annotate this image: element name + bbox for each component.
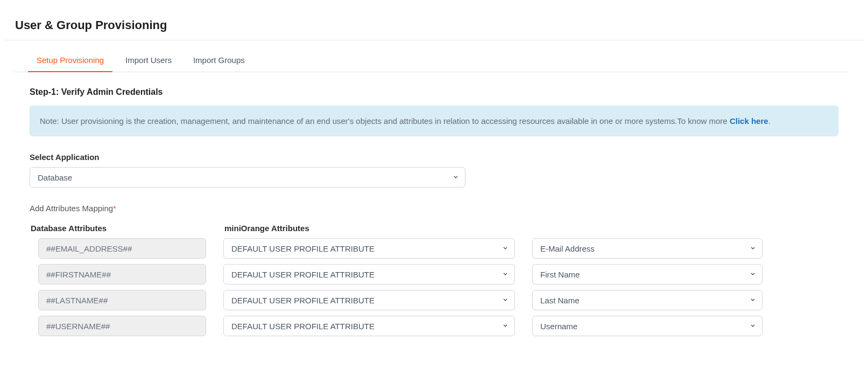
profile-field-select[interactable]: E-Mail Address	[532, 238, 763, 259]
profile-field-select[interactable]: Last Name	[532, 290, 763, 310]
miniorange-attribute-select[interactable]: DEFAULT USER PROFILE ATTRIBUTE	[223, 264, 515, 284]
tabs-bar: Setup Provisioning Import Users Import G…	[14, 49, 849, 72]
required-asterisk: *	[113, 204, 116, 213]
db-attribute-input[interactable]	[38, 238, 206, 259]
column-header-database-attributes: Database Attributes	[30, 224, 207, 233]
mapping-header: Database Attributes miniOrange Attribute…	[30, 224, 838, 233]
miniorange-attribute-select[interactable]: DEFAULT USER PROFILE ATTRIBUTE	[223, 316, 515, 336]
divider	[4, 40, 864, 40]
select-application-label: Select Application	[30, 152, 838, 162]
tab-import-groups[interactable]: Import Groups	[185, 49, 253, 72]
mapping-row: DEFAULT USER PROFILE ATTRIBUTE First Nam…	[30, 264, 838, 284]
db-attribute-input[interactable]	[38, 316, 206, 336]
db-attribute-input[interactable]	[38, 290, 206, 310]
miniorange-attribute-select[interactable]: DEFAULT USER PROFILE ATTRIBUTE	[223, 238, 515, 259]
page-title: User & Group Provisioning	[0, 0, 868, 40]
note-suffix: .	[768, 116, 771, 126]
note-link[interactable]: Click here	[730, 116, 768, 126]
mapping-row: DEFAULT USER PROFILE ATTRIBUTE E-Mail Ad…	[30, 238, 838, 259]
profile-field-select[interactable]: First Name	[532, 264, 763, 284]
note-text: Note: User provisioning is the creation,…	[40, 116, 730, 126]
select-application-wrap: Database	[30, 167, 465, 187]
tab-setup-provisioning[interactable]: Setup Provisioning	[28, 49, 112, 72]
content-area: Step-1: Verify Admin Credentials Note: U…	[0, 72, 868, 358]
column-header-miniorange-attributes: miniOrange Attributes	[224, 224, 309, 233]
step-heading: Step-1: Verify Admin Credentials	[30, 87, 838, 97]
select-application[interactable]: Database	[30, 167, 465, 187]
mapping-row: DEFAULT USER PROFILE ATTRIBUTE Username	[30, 316, 838, 336]
info-note: Note: User provisioning is the creation,…	[30, 106, 838, 136]
tab-import-users[interactable]: Import Users	[117, 49, 180, 72]
db-attribute-input[interactable]	[38, 264, 206, 284]
profile-field-select[interactable]: Username	[532, 316, 763, 336]
add-attributes-mapping-label: Add Attributes Mapping*	[30, 204, 838, 213]
mapping-row: DEFAULT USER PROFILE ATTRIBUTE Last Name	[30, 290, 838, 310]
miniorange-attribute-select[interactable]: DEFAULT USER PROFILE ATTRIBUTE	[223, 290, 515, 310]
